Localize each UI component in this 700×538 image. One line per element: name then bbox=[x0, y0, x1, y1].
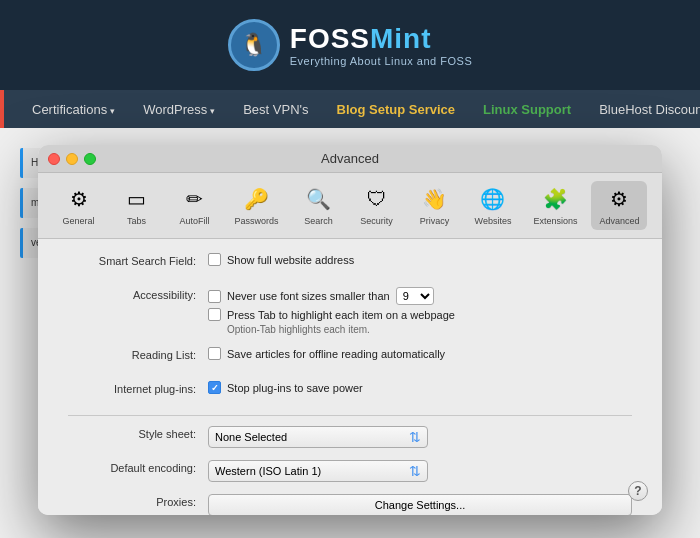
toolbar-security-label: Security bbox=[360, 216, 393, 226]
toolbar-advanced-label: Advanced bbox=[599, 216, 639, 226]
separator-1 bbox=[68, 415, 632, 416]
font-size-checkbox[interactable] bbox=[208, 290, 221, 303]
close-button[interactable] bbox=[48, 153, 60, 165]
websites-icon: 🌐 bbox=[479, 185, 507, 213]
dropdown-arrows-icon: ⇅ bbox=[409, 429, 421, 445]
reading-list-control: Save articles for offline reading automa… bbox=[208, 347, 632, 360]
plugins-label: Internet plug-ins: bbox=[68, 381, 208, 395]
pref-row-encoding: Default encoding: Western (ISO Latin 1) … bbox=[68, 460, 632, 482]
stylesheet-value: None Selected bbox=[215, 431, 287, 443]
pref-row-smart-search: Smart Search Field: Show full website ad… bbox=[68, 253, 632, 275]
security-icon: 🛡 bbox=[363, 185, 391, 213]
accessibility-hint: Option-Tab highlights each item. bbox=[227, 324, 632, 335]
nav-certifications[interactable]: Certifications▾ bbox=[20, 96, 127, 123]
accessibility-label: Accessibility: bbox=[68, 287, 208, 301]
toolbar-tabs-label: Tabs bbox=[127, 216, 146, 226]
reading-list-checkbox[interactable] bbox=[208, 347, 221, 360]
toolbar-passwords[interactable]: 🔑 Passwords bbox=[227, 181, 287, 230]
logo-text: FOSSMint Everything About Linux and FOSS bbox=[290, 23, 472, 67]
proxies-change-button[interactable]: Change Settings... bbox=[208, 494, 632, 515]
site-tagline: Everything About Linux and FOSS bbox=[290, 55, 472, 67]
plugins-option: Stop plug-ins to save power bbox=[227, 382, 363, 394]
encoding-control: Western (ISO Latin 1) ⇅ bbox=[208, 460, 632, 482]
pref-row-stylesheet: Style sheet: None Selected ⇅ bbox=[68, 426, 632, 448]
tab-highlight-option: Press Tab to highlight each item on a we… bbox=[227, 309, 455, 321]
toolbar-websites[interactable]: 🌐 Websites bbox=[467, 181, 520, 230]
toolbar-tabs[interactable]: ▭ Tabs bbox=[111, 181, 163, 230]
pref-row-plugins: Internet plug-ins: Stop plug-ins to save… bbox=[68, 381, 632, 403]
smart-search-checkbox[interactable] bbox=[208, 253, 221, 266]
reading-list-option: Save articles for offline reading automa… bbox=[227, 348, 445, 360]
nav-left-divider bbox=[0, 90, 4, 128]
advanced-icon: ⚙ bbox=[605, 185, 633, 213]
dialog-titlebar: Advanced bbox=[38, 145, 662, 173]
nav-vpn[interactable]: Best VPN's bbox=[231, 96, 320, 123]
maximize-button[interactable] bbox=[84, 153, 96, 165]
toolbar-security[interactable]: 🛡 Security bbox=[351, 181, 403, 230]
privacy-icon: 👋 bbox=[421, 185, 449, 213]
tabs-icon: ▭ bbox=[123, 185, 151, 213]
extensions-icon: 🧩 bbox=[541, 185, 569, 213]
nav-blog-setup[interactable]: Blog Setup Service bbox=[325, 96, 467, 123]
logo-icon: 🐧 bbox=[228, 19, 280, 71]
site-name: FOSSMint bbox=[290, 23, 472, 55]
encoding-value: Western (ISO Latin 1) bbox=[215, 465, 321, 477]
toolbar-privacy[interactable]: 👋 Privacy bbox=[409, 181, 461, 230]
pref-row-accessibility: Accessibility: Never use font sizes smal… bbox=[68, 287, 632, 335]
smart-search-label: Smart Search Field: bbox=[68, 253, 208, 267]
nav-wordpress[interactable]: WordPress▾ bbox=[131, 96, 227, 123]
font-size-option: Never use font sizes smaller than bbox=[227, 290, 390, 302]
stylesheet-label: Style sheet: bbox=[68, 426, 208, 440]
smart-search-control: Show full website address bbox=[208, 253, 632, 266]
autofill-icon: ✏ bbox=[181, 185, 209, 213]
proxies-label: Proxies: bbox=[68, 494, 208, 508]
smart-search-option: Show full website address bbox=[227, 254, 354, 266]
pref-row-proxies: Proxies: Change Settings... bbox=[68, 494, 632, 515]
encoding-dropdown-arrows-icon: ⇅ bbox=[409, 463, 421, 479]
toolbar-extensions[interactable]: 🧩 Extensions bbox=[525, 181, 585, 230]
toolbar-autofill-label: AutoFill bbox=[180, 216, 210, 226]
toolbar-autofill[interactable]: ✏ AutoFill bbox=[169, 181, 221, 230]
penguin-icon: 🐧 bbox=[240, 32, 267, 58]
dialog-title: Advanced bbox=[321, 151, 379, 166]
plugins-checkbox[interactable] bbox=[208, 381, 221, 394]
dialog-toolbar: ⚙ General ▭ Tabs ✏ AutoFill 🔑 Passwords … bbox=[38, 173, 662, 239]
plugins-control: Stop plug-ins to save power bbox=[208, 381, 632, 394]
dialog-content: Smart Search Field: Show full website ad… bbox=[38, 239, 662, 515]
toolbar-general-label: General bbox=[63, 216, 95, 226]
encoding-label: Default encoding: bbox=[68, 460, 208, 474]
search-icon: 🔍 bbox=[305, 185, 333, 213]
site-nav: Certifications▾ WordPress▾ Best VPN's Bl… bbox=[0, 90, 700, 128]
reading-list-label: Reading List: bbox=[68, 347, 208, 361]
toolbar-general[interactable]: ⚙ General bbox=[53, 181, 105, 230]
general-icon: ⚙ bbox=[65, 185, 93, 213]
toolbar-passwords-label: Passwords bbox=[235, 216, 279, 226]
toolbar-search-label: Search bbox=[304, 216, 333, 226]
accessibility-control: Never use font sizes smaller than 9 10 1… bbox=[208, 287, 632, 335]
help-button[interactable]: ? bbox=[628, 481, 648, 501]
font-size-select[interactable]: 9 10 12 bbox=[396, 287, 434, 305]
stylesheet-control: None Selected ⇅ bbox=[208, 426, 632, 448]
logo-area: 🐧 FOSSMint Everything About Linux and FO… bbox=[228, 19, 472, 71]
preferences-dialog: Advanced ⚙ General ▭ Tabs ✏ AutoFill 🔑 P… bbox=[38, 145, 662, 515]
minimize-button[interactable] bbox=[66, 153, 78, 165]
toolbar-extensions-label: Extensions bbox=[533, 216, 577, 226]
pref-row-reading-list: Reading List: Save articles for offline … bbox=[68, 347, 632, 369]
tab-highlight-checkbox[interactable] bbox=[208, 308, 221, 321]
toolbar-search[interactable]: 🔍 Search bbox=[293, 181, 345, 230]
proxies-control: Change Settings... bbox=[208, 494, 632, 515]
encoding-dropdown[interactable]: Western (ISO Latin 1) ⇅ bbox=[208, 460, 428, 482]
passwords-icon: 🔑 bbox=[243, 185, 271, 213]
nav-bluehost[interactable]: BlueHost Discount bbox=[587, 96, 700, 123]
site-header: 🐧 FOSSMint Everything About Linux and FO… bbox=[0, 0, 700, 90]
toolbar-advanced[interactable]: ⚙ Advanced bbox=[591, 181, 647, 230]
nav-linux-support[interactable]: Linux Support bbox=[471, 96, 583, 123]
toolbar-privacy-label: Privacy bbox=[420, 216, 450, 226]
toolbar-websites-label: Websites bbox=[475, 216, 512, 226]
traffic-lights bbox=[48, 153, 96, 165]
stylesheet-dropdown[interactable]: None Selected ⇅ bbox=[208, 426, 428, 448]
